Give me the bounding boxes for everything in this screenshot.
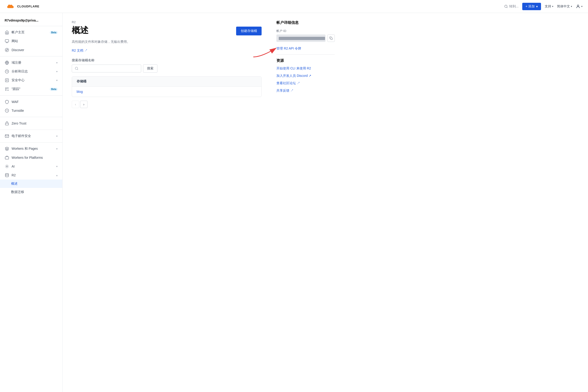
sidebar-item-r2-overview[interactable]: 概述: [0, 180, 62, 188]
search-label: 转到...: [509, 4, 518, 8]
global-search[interactable]: 转到...: [504, 4, 518, 8]
sidebar-item-domain[interactable]: 域注册 ▾: [0, 58, 62, 67]
waf-icon: [5, 100, 9, 104]
user-caret: ▾: [581, 5, 582, 8]
sidebar-item-wfp-label: Workers for Platforms: [12, 156, 58, 160]
lang-dropdown[interactable]: 简体中文 ▾: [557, 4, 572, 8]
copy-account-id-button[interactable]: [327, 34, 335, 42]
sidebar-item-security[interactable]: 安全中心 ▾: [0, 76, 62, 85]
buckets-table: 存储桶 blog: [72, 76, 262, 97]
resource-link-discord[interactable]: 加入开发人员 Discord ↗: [276, 74, 335, 78]
ai-icon: [5, 164, 9, 169]
next-page-button[interactable]: ›: [80, 101, 88, 108]
account-id-row: [276, 34, 335, 42]
email-icon: [5, 134, 9, 138]
sidebar-item-turnstile-label: Turnstile: [12, 109, 58, 112]
svg-point-11: [6, 88, 6, 88]
lang-label: 简体中文: [557, 4, 570, 8]
table-header: 存储桶: [72, 76, 261, 86]
sidebar-item-email-label: 电子邮件安全: [12, 134, 54, 138]
create-bucket-button[interactable]: 创建存储桶: [236, 26, 262, 36]
topnav: CLOUDFLARE 转到... + 添加 ▾ 支持 ▾ 简体中文 ▾ ▾: [0, 0, 588, 13]
r2-caret: ▴: [56, 174, 58, 177]
svg-point-13: [6, 90, 6, 90]
sidebar-item-waf[interactable]: WAF: [0, 98, 62, 106]
home-badge: Beta: [50, 31, 58, 34]
divider-5: [0, 142, 62, 142]
domain-caret: ▾: [56, 61, 58, 64]
breadcrumb: R2: [72, 20, 262, 24]
docs-link[interactable]: R2 文档 ↗: [72, 48, 88, 53]
sidebar-subitem-migration-label: 数据迁移: [11, 190, 58, 194]
page-subtitle: 高性能的文件和对象存储，无输出费用。: [72, 40, 262, 44]
svg-point-21: [7, 166, 8, 167]
svg-line-28: [6, 167, 6, 168]
sidebar-item-analytics[interactable]: 分析和日志 ▾: [0, 67, 62, 76]
sidebar-item-ai-label: AI: [12, 164, 54, 168]
topnav-right: 转到... + 添加 ▾ 支持 ▾ 简体中文 ▾ ▾: [504, 3, 582, 10]
turnstile-icon: [5, 108, 9, 113]
add-caret: ▾: [536, 5, 538, 8]
search-button[interactable]: 搜索: [143, 64, 157, 73]
divider-4: [0, 130, 62, 130]
sidebar-item-email[interactable]: 电子邮件安全 ▾: [0, 132, 62, 140]
discover-icon: [5, 48, 9, 52]
websites-icon: [5, 39, 9, 44]
svg-point-30: [5, 174, 9, 175]
manage-api-link[interactable]: 管理 R2 API 令牌: [276, 46, 335, 51]
sidebar-item-r2[interactable]: R2 ▴: [0, 171, 62, 180]
r2-icon: [5, 173, 9, 178]
sidebar-item-home-label: 帐户主页: [12, 30, 48, 34]
sidebar-account: R7vdmsps9p@priva...: [0, 17, 62, 26]
sidebar-item-security-label: 安全中心: [12, 78, 54, 82]
svg-point-0: [505, 5, 507, 8]
support-label: 支持: [545, 4, 551, 8]
sidebar-item-trace[interactable]: "跟踪" Beta: [0, 85, 62, 94]
analytics-icon: [5, 69, 9, 74]
add-button[interactable]: + 添加 ▾: [522, 3, 541, 10]
divider-2: [0, 95, 62, 96]
workers-caret: ▾: [56, 148, 58, 150]
sidebar-item-discover[interactable]: Discover: [0, 46, 62, 54]
main-content: R2 概述 创建存储桶 高性能的文件和对象存储，无输出费用。 R2 文档 ↗ 搜…: [63, 13, 271, 392]
cf-logo-svg: [6, 4, 15, 10]
sidebar-item-analytics-label: 分析和日志: [12, 70, 54, 74]
sidebar-item-websites[interactable]: 网站: [0, 37, 62, 46]
search-input-icon: [75, 67, 79, 70]
resource-link-cli[interactable]: 开始使用 CLI 来使用 R2: [276, 66, 335, 70]
sidebar-item-r2-label: R2: [12, 173, 54, 177]
support-caret: ▾: [552, 5, 553, 8]
resource-link-forum[interactable]: 查看社区论坛 ↗: [276, 81, 335, 86]
svg-rect-20: [5, 157, 9, 159]
svg-marker-6: [6, 49, 8, 51]
workers-icon: [5, 146, 9, 151]
sidebar-item-ai[interactable]: AI ▾: [0, 162, 62, 171]
ai-caret: ▾: [56, 165, 58, 168]
cf-logo-link[interactable]: CLOUDFLARE: [6, 4, 39, 10]
sidebar-item-workers-label: Workers 和 Pages: [12, 147, 54, 151]
sidebar-item-workers[interactable]: Workers 和 Pages ▾: [0, 144, 62, 153]
svg-line-27: [8, 167, 8, 168]
sidebar-item-turnstile[interactable]: Turnstile: [0, 106, 62, 115]
sidebar-item-home[interactable]: 帐户主页 Beta: [0, 28, 62, 37]
table-row[interactable]: blog: [72, 86, 261, 97]
user-dropdown[interactable]: ▾: [576, 4, 582, 9]
sidebar-item-wfp[interactable]: Workers for Platforms: [0, 153, 62, 162]
svg-point-31: [75, 67, 78, 70]
sidebar-item-waf-label: WAF: [12, 100, 58, 104]
search-input-wrap: [72, 64, 141, 72]
svg-point-1: [577, 5, 579, 6]
search-row: 搜索: [72, 64, 262, 73]
resource-link-feedback[interactable]: 共享反馈 ↗: [276, 89, 335, 93]
domain-icon: [5, 60, 9, 65]
support-dropdown[interactable]: 支持 ▾: [545, 4, 553, 8]
user-icon: [576, 4, 580, 9]
svg-line-29: [8, 165, 8, 166]
sidebar-item-r2-migration[interactable]: 数据迁移: [0, 188, 62, 196]
analytics-caret: ▾: [56, 70, 58, 73]
search-input[interactable]: [80, 67, 138, 70]
sidebar-item-zerotrust[interactable]: Zero Trust: [0, 119, 62, 128]
svg-point-5: [5, 48, 9, 52]
prev-page-button[interactable]: ‹: [72, 101, 79, 108]
trace-icon: [5, 87, 9, 92]
